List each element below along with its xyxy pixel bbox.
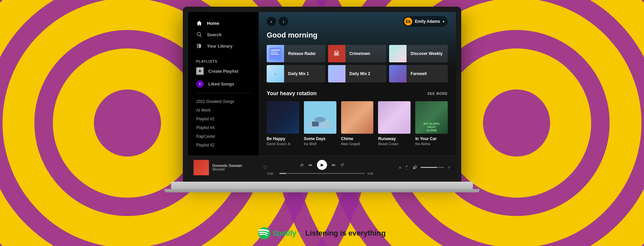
playlist-item-0[interactable]: 2021 Greatest Songs xyxy=(188,97,259,106)
crimetown-title: Crimetown xyxy=(345,51,374,56)
chime-art xyxy=(341,101,374,134)
volume-icon[interactable]: 🔊 xyxy=(413,165,417,170)
create-playlist-label: Create Playlist xyxy=(208,69,238,74)
time-current: 0:00 xyxy=(267,172,277,175)
release-radar-title: Release Radar xyxy=(284,51,320,56)
sidebar-item-library[interactable]: Your Library xyxy=(188,40,259,52)
sidebar-item-home[interactable]: Home xyxy=(188,17,259,29)
player-track-info: Domestic Sweater Wondrel xyxy=(212,164,260,171)
progress-track[interactable] xyxy=(279,173,365,174)
sidebar-search-label: Search xyxy=(207,32,221,37)
quick-item-release-radar[interactable]: Release Radar xyxy=(267,45,325,62)
dailymix2-title: Daily Mix 2 xyxy=(345,71,374,76)
search-icon xyxy=(196,32,202,38)
progress-fill xyxy=(279,173,286,174)
volume-fill xyxy=(421,167,437,168)
in-your-car-title: In Your Car xyxy=(415,136,448,141)
farewell-art xyxy=(389,65,407,82)
chime-artist: Alan Gogoll xyxy=(341,142,374,146)
rotation-item-in-your-car[interactable]: NO ALOHAOKAYALONE In Your Car No Aloha xyxy=(415,101,448,146)
volume-bar[interactable] xyxy=(421,167,444,168)
tagline: Listening is everything xyxy=(305,229,386,238)
spotify-logo-icon xyxy=(258,227,270,239)
quick-item-dailymix1[interactable]: ♫ Daily Mix 1 xyxy=(267,65,325,82)
sidebar-library-label: Your Library xyxy=(207,44,232,49)
create-playlist-action[interactable]: + Create Playlist xyxy=(188,65,259,77)
svg-rect-12 xyxy=(271,52,277,53)
user-name: Emily Adams xyxy=(415,19,440,24)
quick-item-dailymix2[interactable]: Daily Mix 2 xyxy=(328,65,387,82)
laptop-base xyxy=(171,182,473,189)
greeting: Good morning xyxy=(267,31,448,40)
laptop-screen: Home Search Your Library PLAYLIST xyxy=(188,12,456,179)
svg-rect-16 xyxy=(312,121,319,126)
player-buttons: ⇄ ⏮ ▶ ⏭ ↺ xyxy=(300,160,344,170)
nav-back-button[interactable]: ‹ xyxy=(267,17,276,26)
playlist-item-1[interactable]: At Work xyxy=(188,106,259,115)
repeat-button[interactable]: ↺ xyxy=(340,163,344,167)
create-playlist-icon: + xyxy=(196,67,204,75)
be-happy-artist: Gene Evaro Jr. xyxy=(267,142,299,146)
topbar: ‹ › EA Emily Adams ▾ xyxy=(259,12,456,31)
rotation-grid: Be Happy Gene Evaro Jr. xyxy=(267,101,448,146)
liked-songs-action[interactable]: ♥ Liked Songs xyxy=(188,77,259,90)
chevron-down-icon: ▾ xyxy=(443,20,444,23)
spotify-app: Home Search Your Library PLAYLIST xyxy=(188,12,456,179)
discover-art xyxy=(389,45,407,62)
progress-bar-container: 0:00 4:25 xyxy=(267,172,377,175)
playlist-list: 2021 Greatest Songs At Work Playlist #2 … xyxy=(188,96,259,151)
laptop-base-bottom xyxy=(164,189,480,192)
like-button[interactable]: ♡ xyxy=(263,165,267,170)
see-more-button[interactable]: SEE MORE xyxy=(427,92,448,96)
quick-item-farewell[interactable]: Farewell xyxy=(389,65,448,82)
next-button[interactable]: ⏭ xyxy=(332,163,336,167)
devices-icon[interactable]: 📱 xyxy=(405,165,409,170)
runaway-art xyxy=(378,101,411,134)
some-days-artist: Ira Wolf xyxy=(304,142,336,146)
rotation-item-some-days[interactable]: Some Days Ira Wolf xyxy=(304,101,336,146)
topbar-nav: ‹ › xyxy=(267,17,288,26)
heavy-rotation-header: Your heavy rotation SEE MORE xyxy=(267,90,448,97)
trademark: ™ xyxy=(298,231,302,235)
some-days-title: Some Days xyxy=(304,136,336,141)
library-icon xyxy=(196,43,202,49)
nav-forward-button[interactable]: › xyxy=(279,17,288,26)
fullscreen-icon[interactable]: ⤢ xyxy=(447,165,450,170)
previous-button[interactable]: ⏮ xyxy=(308,163,312,167)
sidebar-divider xyxy=(196,93,251,93)
sidebar-item-search[interactable]: Search xyxy=(188,29,259,40)
branding: Spotify ™ Listening is everything xyxy=(258,227,386,239)
playlists-section-label: PLAYLISTS xyxy=(188,54,259,65)
svg-point-18 xyxy=(258,227,270,239)
quick-item-crimetown[interactable]: 🏛 Crimetown xyxy=(328,45,387,62)
release-radar-art xyxy=(267,45,284,62)
player-right-controls: ≡ 📱 🔊 ⤢ xyxy=(377,165,450,170)
spotify-main: Home Search Your Library PLAYLIST xyxy=(188,12,456,156)
playlist-item-3[interactable]: Playlist #4 xyxy=(188,123,259,132)
dailymix1-art: ♫ xyxy=(267,65,284,82)
dailymix2-art xyxy=(328,65,345,82)
rotation-item-runaway[interactable]: Runaway Beast Coast xyxy=(378,101,411,146)
playlist-item-4[interactable]: RapCaviar xyxy=(188,132,259,141)
player-art xyxy=(194,160,209,175)
be-happy-art xyxy=(267,101,299,134)
crimetown-art: 🏛 xyxy=(328,45,345,62)
playlist-item-2[interactable]: Playlist #2 xyxy=(188,115,259,123)
svg-point-9 xyxy=(483,89,550,157)
shuffle-button[interactable]: ⇄ xyxy=(300,163,304,167)
user-menu[interactable]: EA Emily Adams ▾ xyxy=(403,16,448,27)
rotation-item-be-happy[interactable]: Be Happy Gene Evaro Jr. xyxy=(267,101,299,146)
play-pause-button[interactable]: ▶ xyxy=(317,160,327,170)
main-content: ‹ › EA Emily Adams ▾ Good morning xyxy=(259,12,456,156)
rotation-item-chime[interactable]: Chime Alan Gogoll xyxy=(341,101,374,146)
playlist-item-5[interactable]: Playlist 42 xyxy=(188,141,259,149)
heavy-rotation-title: Your heavy rotation xyxy=(267,90,317,97)
spotify-logo: Spotify ™ xyxy=(258,227,302,239)
quick-item-discover[interactable]: Discover Weekly xyxy=(389,45,448,62)
svg-point-17 xyxy=(315,117,325,122)
queue-icon[interactable]: ≡ xyxy=(399,166,401,170)
chime-title: Chime xyxy=(341,136,374,141)
svg-point-4 xyxy=(94,89,161,157)
farewell-title: Farewell xyxy=(407,71,431,76)
player-track-artist: Wondrel xyxy=(212,168,260,171)
